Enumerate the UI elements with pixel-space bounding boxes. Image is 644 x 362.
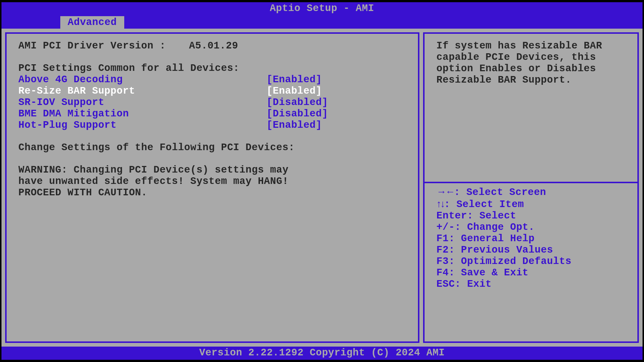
hint-select-screen: →←: Select Screen — [436, 186, 626, 198]
main-body: AMI PCI Driver Version : A5.01.29 PCI Se… — [1, 29, 643, 347]
setting-above-4g[interactable]: Above 4G Decoding [Enabled] — [18, 74, 406, 86]
setting-resize-bar[interactable]: Re-Size BAR Support [Enabled] — [18, 86, 406, 97]
app-title: Aptio Setup - AMI — [270, 3, 374, 14]
warning-line-1: WARNING: Changing PCI Device(s) settings… — [18, 164, 406, 176]
hint-f4: F4: Save & Exit — [436, 267, 626, 279]
footer-bar: Version 2.22.1292 Copyright (C) 2024 AMI — [1, 347, 643, 360]
setting-label: Above 4G Decoding — [18, 74, 266, 86]
setting-bme-dma[interactable]: BME DMA Mitigation [Disabled] — [18, 108, 406, 120]
warning-line-3: PROCEED WITH CAUTION. — [18, 187, 406, 199]
setting-value: [Enabled] — [266, 74, 322, 86]
help-separator — [425, 182, 637, 183]
hint-f2: F2: Previous Values — [436, 245, 626, 256]
help-text: If system has Resizable BAR capable PCIe… — [436, 40, 626, 182]
driver-version-label: AMI PCI Driver Version : — [18, 40, 189, 52]
tab-label: Advanced — [68, 17, 117, 28]
setting-value: [Enabled] — [266, 120, 322, 131]
setting-value: [Disabled] — [266, 97, 328, 108]
setting-hotplug[interactable]: Hot-Plug Support [Enabled] — [18, 120, 406, 131]
driver-version-value: A5.01.29 — [189, 40, 238, 52]
help-panel: If system has Resizable BAR capable PCIe… — [423, 32, 639, 343]
footer-text: Version 2.22.1292 Copyright (C) 2024 AMI — [199, 347, 445, 358]
setting-label: BME DMA Mitigation — [18, 108, 266, 120]
hint-enter: Enter: Select — [436, 210, 626, 222]
setting-value: [Disabled] — [266, 108, 328, 120]
arrows-lr-icon: →← — [436, 186, 454, 197]
section-devices-label: Change Settings of the Following PCI Dev… — [18, 142, 406, 153]
title-bar: Aptio Setup - AMI — [1, 2, 643, 15]
driver-version-row: AMI PCI Driver Version : A5.01.29 — [18, 40, 406, 52]
setting-label: Re-Size BAR Support — [18, 86, 266, 97]
setting-label: Hot-Plug Support — [18, 120, 266, 131]
hint-f1: F1: General Help — [436, 233, 626, 245]
hint-esc: ESC: Exit — [436, 279, 626, 290]
hint-select-item: ↑↓: Select Item — [436, 198, 626, 210]
arrows-ud-icon: ↑↓ — [436, 198, 444, 209]
section-common-label: PCI Settings Common for all Devices: — [18, 63, 406, 74]
nav-hints: →←: Select Screen ↑↓: Select Item Enter:… — [436, 186, 626, 290]
settings-panel: AMI PCI Driver Version : A5.01.29 PCI Se… — [5, 32, 419, 343]
hint-plusminus: +/-: Change Opt. — [436, 222, 626, 233]
setting-label: SR-IOV Support — [18, 97, 266, 108]
warning-line-2: have unwanted side effects! System may H… — [18, 176, 406, 187]
tab-advanced[interactable]: Advanced — [60, 16, 124, 29]
tab-bar: Advanced — [1, 15, 643, 29]
hint-f3: F3: Optimized Defaults — [436, 256, 626, 267]
setting-value: [Enabled] — [266, 86, 322, 97]
setting-sriov[interactable]: SR-IOV Support [Disabled] — [18, 97, 406, 108]
